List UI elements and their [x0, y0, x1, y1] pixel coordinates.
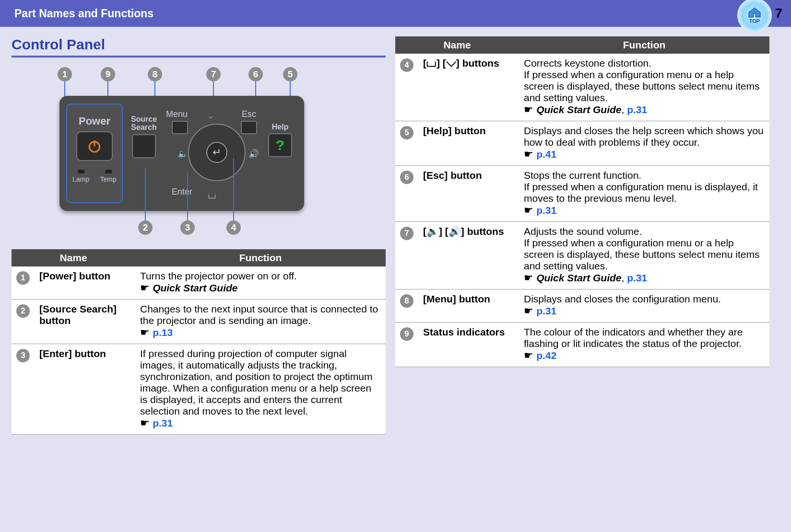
- top-label: TOP: [749, 18, 760, 24]
- help-label: Help: [266, 123, 295, 131]
- row-name: [Source Search] button: [35, 300, 135, 344]
- row-name: [Enter] button: [35, 344, 135, 435]
- enter-button: ↵: [206, 142, 227, 163]
- table-row: 9Status indicatorsThe colour of the indi…: [395, 323, 769, 367]
- row-number-icon: 5: [400, 126, 413, 139]
- row-number-icon: 2: [16, 304, 30, 318]
- power-label: Power: [67, 115, 122, 127]
- row-number-icon: 7: [400, 227, 413, 240]
- row-number-icon: 1: [16, 271, 30, 285]
- table-row: 5[Help] buttonDisplays and closes the he…: [395, 121, 769, 166]
- row-number-icon: 3: [16, 349, 30, 362]
- row-name: [⌴] [⌵] buttons: [418, 54, 519, 121]
- menu-label: Menu: [166, 109, 188, 119]
- enter-label: Enter: [172, 187, 192, 197]
- page-ref-link[interactable]: p.42: [536, 350, 556, 361]
- table-row: 6[Esc] buttonStops the current function.…: [395, 166, 769, 222]
- row-function: Stops the current function.If pressed wh…: [519, 166, 769, 222]
- callout-1: 1: [58, 67, 72, 81]
- row-function: The colour of the indicators and whether…: [519, 323, 769, 367]
- callout-9: 9: [101, 67, 115, 81]
- control-panel-figure: 1 9 8 7 6 5 Power Lamp Temp: [12, 67, 386, 249]
- help-button: ?: [268, 133, 292, 157]
- callout-3: 3: [180, 220, 195, 235]
- table-row: 7[🔈] [🔊] buttonsAdjusts the sound volume…: [395, 222, 769, 289]
- page-ref-link[interactable]: p.31: [536, 305, 556, 316]
- callout-8: 8: [148, 67, 162, 81]
- power-icon: [87, 139, 102, 154]
- callout-5: 5: [283, 67, 297, 81]
- page-ref-link[interactable]: p.31: [627, 272, 647, 283]
- projector-control-panel: Power Lamp Temp Source Search Menu Esc: [59, 96, 304, 211]
- page-ref-link[interactable]: p.13: [153, 327, 173, 338]
- home-icon: [747, 7, 762, 18]
- direction-pad: ↵: [188, 124, 246, 181]
- callout-2: 2: [138, 220, 153, 235]
- volume-down-icon: 🔈: [177, 149, 188, 159]
- function-table-right: Name Function 4[⌴] [⌵] buttonsCorrects k…: [395, 36, 769, 367]
- table-row: 1[Power] buttonTurns the projector power…: [12, 266, 386, 300]
- row-number-icon: 8: [400, 294, 413, 308]
- power-section: Power Lamp Temp: [66, 104, 123, 203]
- callout-6: 6: [248, 67, 263, 81]
- keystone-up-icon: ⌵: [208, 111, 213, 120]
- section-heading: Control Panel: [12, 36, 386, 53]
- row-name: [Help] button: [418, 121, 519, 166]
- page-ref-link[interactable]: p.31: [627, 104, 647, 115]
- temp-indicator: Temp: [100, 170, 117, 183]
- row-name: [Menu] button: [418, 289, 519, 323]
- col-function: Function: [519, 36, 769, 54]
- lamp-indicator: Lamp: [72, 170, 89, 183]
- keystone-down-icon: ⌴: [208, 192, 216, 200]
- row-function: If pressed during projection of computer…: [135, 344, 386, 435]
- help-section: Help ?: [266, 123, 295, 157]
- row-name: [Power] button: [35, 266, 135, 300]
- callout-7: 7: [206, 67, 221, 81]
- function-table-left: Name Function 1[Power] buttonTurns the p…: [12, 249, 386, 435]
- row-name: [🔈] [🔊] buttons: [418, 222, 519, 289]
- table-row: 2[Source Search] buttonChanges to the ne…: [12, 300, 386, 344]
- source-search-section: Source Search: [130, 115, 157, 158]
- page-ref-link[interactable]: p.31: [536, 205, 556, 216]
- row-function: Turns the projector power on or off.☛ Qu…: [135, 266, 386, 300]
- chapter-title: Part Names and Functions: [14, 7, 153, 20]
- volume-up-icon: 🔊: [248, 149, 259, 159]
- row-function: Displays and closes the help screen whic…: [519, 121, 769, 166]
- callout-4: 4: [226, 220, 241, 235]
- table-row: 4[⌴] [⌵] buttonsCorrects keystone distor…: [395, 54, 769, 121]
- page-number: 7: [775, 6, 782, 21]
- page-ref-link[interactable]: p.41: [536, 149, 556, 160]
- row-function: Corrects keystone distortion.If pressed …: [519, 54, 769, 121]
- row-name: [Esc] button: [418, 166, 519, 222]
- page-ref-link[interactable]: p.31: [153, 417, 173, 428]
- source-search-button: [132, 134, 156, 158]
- power-button: [76, 131, 113, 161]
- row-name: Status indicators: [418, 323, 519, 367]
- row-number-icon: 4: [400, 58, 413, 72]
- esc-label: Esc: [242, 109, 256, 119]
- row-function: Displays and closes the configuration me…: [519, 289, 769, 323]
- row-function: Adjusts the sound volume.If pressed when…: [519, 222, 769, 289]
- row-function: Changes to the next input source that is…: [135, 300, 386, 344]
- table-row: 8[Menu] buttonDisplays and closes the co…: [395, 289, 769, 323]
- menu-button: [172, 121, 188, 134]
- row-number-icon: 6: [400, 171, 413, 184]
- row-number-icon: 9: [400, 327, 413, 341]
- heading-underline: [12, 56, 386, 58]
- chapter-header: Part Names and Functions: [0, 0, 791, 27]
- col-name: Name: [395, 36, 519, 54]
- col-function: Function: [135, 249, 386, 266]
- col-name: Name: [12, 249, 135, 266]
- table-row: 3[Enter] buttonIf pressed during project…: [12, 344, 386, 435]
